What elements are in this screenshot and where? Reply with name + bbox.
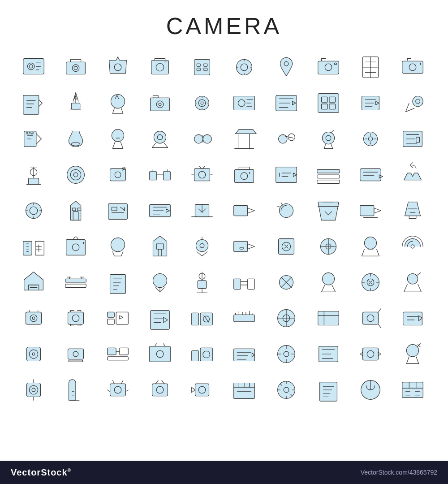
list-item [182, 85, 222, 121]
list-item [56, 121, 96, 157]
list-item [182, 157, 222, 193]
list-item [350, 193, 391, 229]
list-item [13, 85, 54, 121]
svg-rect-167 [65, 284, 86, 288]
svg-rect-199 [151, 311, 170, 330]
list-item [182, 49, 222, 85]
list-item [140, 336, 180, 372]
list-item [182, 193, 222, 229]
list-item [13, 193, 54, 229]
list-item [392, 157, 433, 193]
svg-rect-178 [248, 279, 255, 289]
svg-rect-107 [150, 171, 157, 180]
list-item [350, 121, 391, 157]
list-item [98, 157, 138, 193]
svg-rect-256 [152, 384, 168, 396]
svg-rect-244 [363, 348, 379, 360]
list-item [56, 229, 96, 264]
list-item [13, 157, 54, 193]
svg-rect-192 [68, 312, 84, 324]
list-item [140, 300, 180, 336]
list-item [350, 229, 391, 264]
svg-rect-195 [108, 312, 115, 317]
list-item [182, 264, 222, 300]
svg-rect-267 [320, 382, 337, 402]
svg-rect-137 [234, 205, 248, 216]
list-item [140, 85, 180, 121]
list-item [56, 372, 96, 408]
list-item [392, 229, 433, 264]
svg-rect-31 [402, 61, 423, 73]
list-item [266, 229, 306, 264]
list-item [350, 85, 391, 121]
svg-rect-51 [234, 96, 255, 110]
list-item [140, 193, 180, 229]
svg-rect-253 [110, 384, 126, 396]
list-item [56, 336, 96, 372]
list-item [392, 336, 433, 372]
svg-rect-42 [151, 98, 170, 111]
list-item [140, 229, 180, 264]
svg-rect-117 [276, 167, 297, 183]
icons-grid: RAW [0, 48, 448, 410]
list-item: RAW [13, 121, 54, 157]
svg-rect-34 [23, 95, 39, 115]
svg-rect-56 [318, 94, 339, 113]
svg-rect-211 [318, 311, 339, 325]
list-item [266, 193, 306, 229]
list-item [182, 121, 222, 157]
svg-rect-249 [27, 383, 41, 397]
list-item [224, 193, 264, 229]
list-item [98, 264, 138, 300]
svg-rect-218 [27, 347, 41, 361]
list-item [224, 229, 264, 264]
svg-rect-206 [234, 315, 255, 322]
list-item [140, 264, 180, 300]
svg-rect-269 [402, 382, 423, 398]
svg-rect-109 [164, 171, 171, 180]
list-item [98, 49, 138, 85]
list-item [308, 372, 349, 408]
svg-rect-173 [198, 281, 206, 288]
list-item [350, 157, 391, 193]
svg-rect-46 [153, 95, 159, 98]
list-item [266, 49, 306, 85]
list-item [266, 264, 306, 300]
svg-rect-95 [28, 178, 39, 185]
list-item [266, 372, 306, 408]
svg-rect-143 [23, 241, 32, 255]
svg-rect-232 [192, 350, 199, 361]
list-item [13, 300, 54, 336]
list-item [308, 264, 349, 300]
list-item [98, 336, 138, 372]
list-item [56, 264, 96, 300]
svg-rect-228 [108, 357, 129, 360]
list-item [224, 372, 264, 408]
svg-rect-103 [110, 169, 126, 181]
list-item [98, 193, 138, 229]
list-item [308, 300, 349, 336]
list-item [308, 193, 349, 229]
list-item [224, 336, 264, 372]
svg-rect-9 [151, 60, 169, 74]
list-item [140, 157, 180, 193]
list-item [98, 85, 138, 121]
svg-rect-229 [150, 346, 171, 362]
list-item [392, 264, 433, 300]
svg-rect-4 [66, 62, 86, 74]
svg-rect-198 [116, 312, 128, 324]
list-item [98, 372, 138, 408]
list-item [182, 372, 222, 408]
list-item [182, 336, 222, 372]
svg-rect-0 [23, 59, 44, 74]
list-item [140, 372, 180, 408]
svg-rect-176 [234, 279, 241, 289]
svg-rect-197 [108, 319, 115, 324]
footer: VectorStock® VectorStock.com/43865792 [0, 461, 448, 484]
list-item [392, 372, 433, 408]
page-title: CAMERA [0, 0, 448, 48]
svg-rect-145 [66, 240, 86, 255]
svg-rect-37 [71, 103, 80, 109]
list-item [308, 85, 349, 121]
svg-rect-222 [68, 349, 84, 359]
